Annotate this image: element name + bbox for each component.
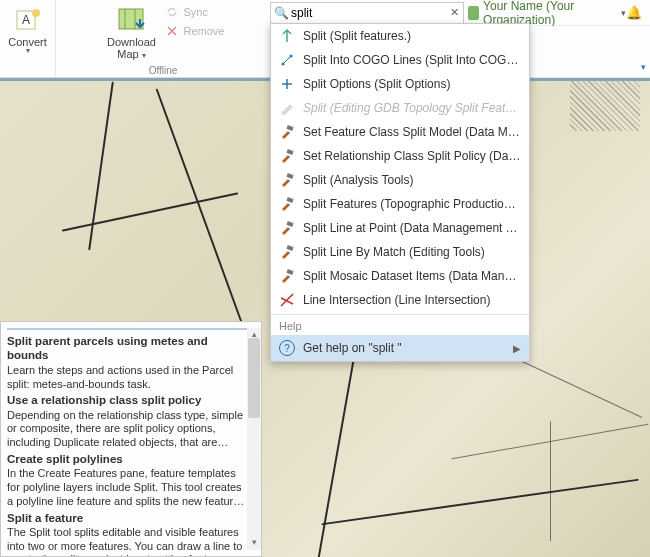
svg-rect-10 [286, 221, 293, 227]
download-map-icon [116, 4, 148, 36]
help-result-title[interactable]: Create split polylines [7, 452, 249, 466]
search-result-label: Set Relationship Class Split Policy (Dat… [303, 149, 521, 163]
svg-rect-8 [286, 173, 293, 179]
ribbon: A Convert ▾ Download Map ▾ Sync [0, 0, 270, 78]
search-result-item[interactable]: Split (Split features.) [271, 24, 529, 48]
search-result-label: Split (Editing GDB Topology Split Featur… [303, 101, 521, 115]
search-result-label: Split (Split features.) [303, 29, 411, 43]
hammer-icon [279, 172, 295, 188]
search-result-label: Split (Analysis Tools) [303, 173, 413, 187]
splitopt-icon [279, 76, 295, 92]
sync-label: Sync [184, 6, 208, 18]
user-avatar-icon [468, 6, 479, 20]
search-result-label: Line Intersection (Line Intersection) [303, 293, 490, 307]
offline-small-buttons: Sync Remove [164, 2, 225, 60]
help-result-title[interactable]: Split parent parcels using metes and bou… [7, 334, 249, 363]
sync-icon [164, 4, 180, 20]
help-result-body: The Split tool splits editable and visib… [7, 526, 249, 557]
search-result-item[interactable]: Split Line at Point (Data Management Too… [271, 216, 529, 240]
search-result-label: Split Line By Match (Editing Tools) [303, 245, 485, 259]
sync-button: Sync [164, 4, 225, 20]
search-result-item[interactable]: Split Options (Split Options) [271, 72, 529, 96]
search-result-label: Set Feature Class Split Model (Data Mana… [303, 125, 521, 139]
download-label2: Map [117, 48, 138, 60]
search-result-item[interactable]: Set Relationship Class Split Policy (Dat… [271, 144, 529, 168]
search-result-label: Split Line at Point (Data Management Too… [303, 221, 521, 235]
remove-label: Remove [184, 25, 225, 37]
search-result-item[interactable]: Set Feature Class Split Model (Data Mana… [271, 120, 529, 144]
download-drop-icon: ▾ [142, 51, 146, 60]
svg-rect-6 [286, 125, 293, 131]
help-result-title[interactable]: Split a feature [7, 511, 249, 525]
download-map-button[interactable]: Download Map ▾ [102, 2, 162, 60]
dropdown-separator [271, 314, 529, 315]
scroll-thumb[interactable] [248, 338, 260, 418]
search-input[interactable] [291, 6, 445, 20]
svg-text:A: A [21, 13, 29, 27]
help-scrollbar[interactable]: ▴ ▾ [247, 328, 261, 550]
dropdown-help-label: Get help on "split " [303, 341, 402, 355]
help-result-body: Learn the steps and actions used in the … [7, 364, 249, 392]
ribbon-group-offline: Download Map ▾ Sync Remove Offline [56, 0, 270, 77]
split-icon [279, 28, 295, 44]
search-result-label: Split Options (Split Options) [303, 77, 450, 91]
pencil-icon [279, 100, 295, 116]
search-results-dropdown: Split (Split features.)Split Into COGO L… [270, 23, 530, 362]
convert-drop-icon: ▾ [26, 48, 30, 54]
search-result-item[interactable]: Split Into COGO Lines (Split Into COGO L… [271, 48, 529, 72]
convert-icon: A [12, 4, 44, 36]
help-results-pane: Split parent parcels using metes and bou… [0, 321, 262, 557]
hammer-icon [279, 220, 295, 236]
dropdown-help-header: Help [271, 317, 529, 335]
search-result-item[interactable]: Split Line By Match (Editing Tools) [271, 240, 529, 264]
cogo-icon [279, 52, 295, 68]
remove-button: Remove [164, 23, 225, 39]
scroll-down-icon[interactable]: ▾ [247, 536, 261, 550]
hammer-icon [279, 268, 295, 284]
svg-rect-9 [286, 197, 293, 203]
lineint-icon [279, 292, 295, 308]
download-label1: Download [107, 36, 156, 48]
search-clear-icon[interactable]: ✕ [445, 6, 463, 19]
search-box[interactable]: 🔍 ✕ [270, 2, 464, 24]
help-result-body: Depending on the relationship class type… [7, 409, 249, 450]
search-result-label: Split Into COGO Lines (Split Into COGO L… [303, 53, 521, 67]
svg-rect-12 [286, 269, 293, 275]
hammer-icon [279, 124, 295, 140]
svg-rect-7 [286, 149, 293, 155]
svg-rect-11 [286, 245, 293, 251]
search-icon: 🔍 [271, 6, 291, 20]
ribbon-group-convert: A Convert ▾ [0, 0, 56, 77]
notifications-icon[interactable]: 🔔 [626, 5, 642, 20]
search-result-item[interactable]: Split Features (Topographic Production T… [271, 192, 529, 216]
remove-icon [164, 23, 180, 39]
help-icon: ? [279, 340, 295, 356]
search-result-item[interactable]: Split Mosaic Dataset Items (Data Managem… [271, 264, 529, 288]
search-result-item[interactable]: Line Intersection (Line Intersection) [271, 288, 529, 312]
search-result-label: Split Mosaic Dataset Items (Data Managem… [303, 269, 521, 283]
hammer-icon [279, 196, 295, 212]
hammer-icon [279, 148, 295, 164]
offline-group-label: Offline [149, 65, 178, 76]
help-result-title[interactable]: Use a relationship class split policy [7, 393, 249, 407]
help-pane-accent [7, 328, 249, 330]
convert-button[interactable]: A Convert ▾ [3, 2, 53, 60]
search-result-item[interactable]: Split (Analysis Tools) [271, 168, 529, 192]
submenu-arrow-icon: ▶ [513, 343, 521, 354]
dropdown-get-help-row[interactable]: ? Get help on "split " ▶ [271, 335, 529, 361]
search-result-label: Split Features (Topographic Production T… [303, 197, 521, 211]
hammer-icon [279, 244, 295, 260]
help-result-body: In the Create Features pane, feature tem… [7, 467, 249, 508]
search-result-item: Split (Editing GDB Topology Split Featur… [271, 96, 529, 120]
svg-point-2 [32, 9, 40, 17]
ribbon-collapse-icon[interactable]: ▾ [641, 62, 646, 72]
